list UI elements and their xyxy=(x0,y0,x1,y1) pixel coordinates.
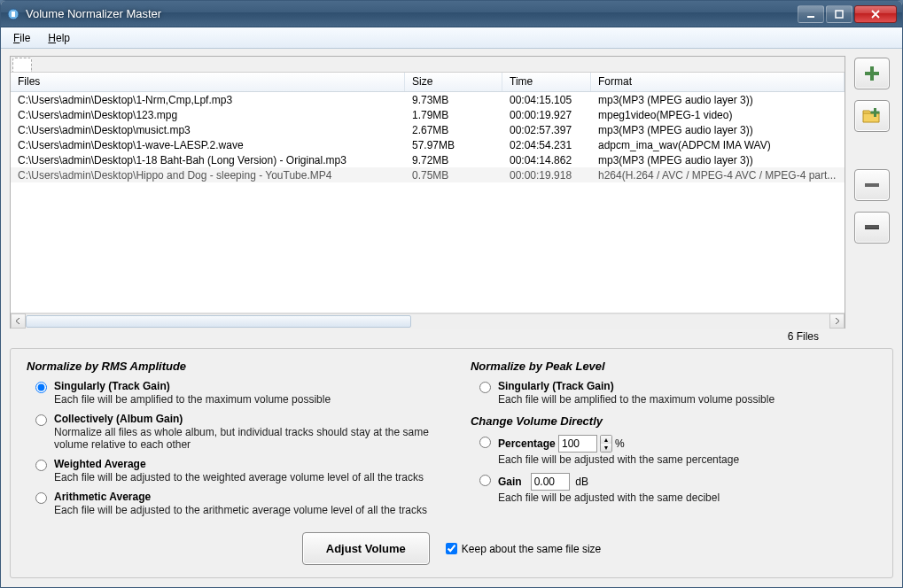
menu-file[interactable]: File xyxy=(4,27,39,48)
rms-singular-label: Singularly (Track Gain) xyxy=(54,380,331,392)
table-cell: adpcm_ima_wav(ADPCM IMA WAV) xyxy=(591,139,845,151)
gain-unit: dB xyxy=(575,476,588,488)
app-icon xyxy=(6,7,20,21)
percentage-input[interactable] xyxy=(558,435,597,453)
table-cell: 00:04:15.105 xyxy=(502,94,591,106)
direct-gain-radio[interactable] xyxy=(479,475,491,486)
table-cell: 00:04:14.862 xyxy=(502,154,591,166)
table-cell: mpeg1video(MPEG-1 video) xyxy=(591,109,845,121)
table-cell: C:\Users\admin\Desktop\123.mpg xyxy=(11,109,405,121)
rms-weighted-desc: Each file will be adjusted to the weight… xyxy=(54,471,424,484)
rms-section-title: Normalize by RMS Amplitude xyxy=(27,360,453,373)
col-header-files[interactable]: Files xyxy=(11,73,405,91)
file-table: Files Size Time Format C:\Users\admin\De… xyxy=(10,56,845,329)
table-row[interactable]: C:\Users\admin\Desktop\musict.mp32.67MB0… xyxy=(11,122,845,137)
direct-section-title: Change Volume Directly xyxy=(471,414,876,428)
table-cell: mp3(MP3 (MPEG audio layer 3)) xyxy=(591,94,845,106)
percentage-unit: % xyxy=(615,437,625,450)
peak-singular-radio[interactable] xyxy=(479,382,491,393)
scroll-thumb[interactable] xyxy=(26,315,411,328)
minimize-button[interactable] xyxy=(798,5,824,23)
table-cell: 9.73MB xyxy=(405,94,502,106)
peak-section-title: Normalize by Peak Level xyxy=(471,360,876,373)
svg-rect-3 xyxy=(836,11,843,18)
clear-button[interactable] xyxy=(854,212,890,244)
percentage-spinner[interactable]: ▲▼ xyxy=(600,435,612,453)
svg-rect-8 xyxy=(865,183,879,187)
table-cell: 0.75MB xyxy=(405,169,502,182)
table-row[interactable]: C:\Users\admin\Desktop\Hippo and Dog - s… xyxy=(11,167,845,182)
col-header-time[interactable]: Time xyxy=(502,73,591,91)
svg-rect-5 xyxy=(865,72,879,75)
table-cell: 02:04:54.231 xyxy=(502,139,591,151)
file-count-label: 6 Files xyxy=(10,330,845,343)
close-button[interactable] xyxy=(854,5,897,23)
scroll-right-arrow[interactable] xyxy=(829,313,845,329)
peak-singular-label: Singularly (Track Gain) xyxy=(498,380,775,392)
col-header-format[interactable]: Format xyxy=(591,73,845,91)
direct-percentage-desc: Each file will be adjusted with the same… xyxy=(498,453,739,466)
table-row[interactable]: C:\Users\admin\Desktop\123.mpg1.79MB00:0… xyxy=(11,107,845,122)
table-cell: C:\Users\admin\Desktop\1-18 Baht-Bah (Lo… xyxy=(11,154,405,166)
table-cell: C:\Users\admin\Desktop\musict.mp3 xyxy=(11,124,405,136)
rms-collective-label: Collectively (Album Gain) xyxy=(54,413,453,425)
col-header-size[interactable]: Size xyxy=(405,73,502,91)
table-row[interactable]: C:\Users\admin\Desktop\1-Nrm,Cmp,Lpf.mp3… xyxy=(11,92,845,107)
table-body[interactable]: C:\Users\admin\Desktop\1-Nrm,Cmp,Lpf.mp3… xyxy=(11,92,845,313)
rms-arith-desc: Each file will be adjusted to the arithm… xyxy=(54,504,427,516)
scroll-left-arrow[interactable] xyxy=(11,313,26,329)
gain-input[interactable] xyxy=(531,473,570,491)
rms-singular-desc: Each file will be amplified to the maxim… xyxy=(54,393,331,406)
svg-rect-10 xyxy=(865,225,879,228)
table-cell: 57.97MB xyxy=(405,139,502,151)
maximize-button[interactable] xyxy=(826,5,852,23)
svg-rect-2 xyxy=(807,16,814,18)
table-cell: 00:02:57.397 xyxy=(502,124,591,136)
window-title: Volume Normalizer Master xyxy=(26,7,798,20)
rms-collective-radio[interactable] xyxy=(35,414,47,426)
rms-arith-radio[interactable] xyxy=(35,492,47,504)
table-cell: 1.79MB xyxy=(405,109,502,121)
app-window: Volume Normalizer Master File Help Files… xyxy=(0,0,903,588)
table-header: Files Size Time Format xyxy=(11,73,845,92)
direct-gain-label: Gain xyxy=(498,476,522,488)
direct-percentage-label: Percentage xyxy=(498,437,556,450)
svg-rect-1 xyxy=(12,12,15,17)
direct-percentage-radio[interactable] xyxy=(479,437,491,448)
rms-weighted-radio[interactable] xyxy=(35,460,47,471)
horizontal-scrollbar[interactable] xyxy=(11,313,845,328)
table-cell: C:\Users\admin\Desktop\1-Nrm,Cmp,Lpf.mp3 xyxy=(11,94,405,106)
table-cell: 00:00:19.927 xyxy=(502,109,591,121)
keep-size-label: Keep about the same file size xyxy=(462,543,601,555)
rms-collective-desc: Normalize all files as whole album, but … xyxy=(54,426,453,451)
table-cell: 9.72MB xyxy=(405,154,502,166)
table-tab-strip xyxy=(11,57,845,73)
rms-arith-label: Arithmetic Average xyxy=(54,491,427,503)
table-cell: C:\Users\admin\Desktop\1-wave-LAESP.2.wa… xyxy=(11,139,405,151)
remove-button[interactable] xyxy=(854,169,890,201)
add-folder-button[interactable] xyxy=(854,100,890,132)
table-cell: 2.67MB xyxy=(405,124,502,136)
direct-gain-desc: Each file will be adjusted with the same… xyxy=(498,491,720,504)
table-cell: 00:00:19.918 xyxy=(502,169,591,182)
table-row[interactable]: C:\Users\admin\Desktop\1-18 Baht-Bah (Lo… xyxy=(11,152,845,167)
options-panel: Normalize by RMS Amplitude Singularly (T… xyxy=(10,348,893,578)
rms-singular-radio[interactable] xyxy=(35,382,47,393)
menubar: File Help xyxy=(1,27,902,49)
content-area: Files Size Time Format C:\Users\admin\De… xyxy=(1,49,902,587)
table-row[interactable]: C:\Users\admin\Desktop\1-wave-LAESP.2.wa… xyxy=(11,137,845,152)
peak-singular-desc: Each file will be amplified to the maxim… xyxy=(498,393,775,406)
adjust-volume-button[interactable]: Adjust Volume xyxy=(302,532,430,565)
table-cell: h264(H.264 / AVC / MPEG-4 AVC / MPEG-4 p… xyxy=(591,169,845,182)
add-file-button[interactable] xyxy=(854,58,890,89)
table-cell: mp3(MP3 (MPEG audio layer 3)) xyxy=(591,154,845,166)
scroll-track[interactable] xyxy=(26,313,829,329)
titlebar[interactable]: Volume Normalizer Master xyxy=(1,1,902,27)
side-buttons xyxy=(854,56,893,343)
table-cell: mp3(MP3 (MPEG audio layer 3)) xyxy=(591,124,845,136)
keep-size-checkbox[interactable] xyxy=(446,543,457,554)
table-cell: C:\Users\admin\Desktop\Hippo and Dog - s… xyxy=(11,169,405,182)
menu-help[interactable]: Help xyxy=(39,27,79,48)
table-tab[interactable] xyxy=(12,58,32,72)
svg-rect-7 xyxy=(871,112,880,114)
